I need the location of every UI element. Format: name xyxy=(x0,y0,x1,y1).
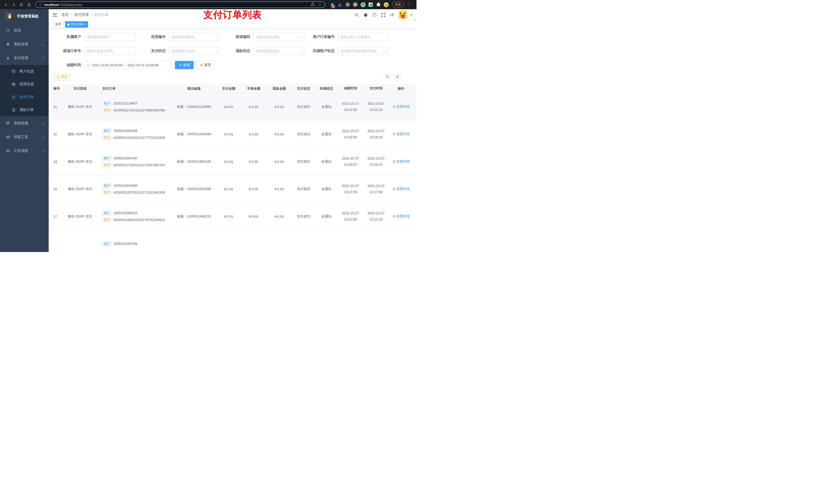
merchant-tag: 商户 xyxy=(102,128,112,134)
site-info-icon[interactable]: i xyxy=(39,3,42,6)
column-header-支付状态: 支付状态 xyxy=(292,86,315,91)
view-details-link[interactable]: 查看详情 xyxy=(392,214,410,219)
sidebar-item-研发工具[interactable]: 研发工具 xyxy=(0,130,49,144)
address-bar[interactable]: i localhost:1024/pay/order ☆ xyxy=(35,1,325,8)
field-label: 所属商户 xyxy=(57,34,84,39)
view-details-link[interactable]: 查看详情 xyxy=(392,187,410,191)
cell-notify: 未通知 xyxy=(315,104,338,109)
monitor-icon xyxy=(6,121,10,125)
sidebar-item-label: 基础设施 xyxy=(14,121,28,125)
order-number: 1635311949168 xyxy=(114,129,137,133)
ext-command-icon[interactable]: ⌘ xyxy=(345,2,350,7)
create-time-range-input[interactable]: 2021-10-01 00:00:00 - 2021-10-31 23:59:5… xyxy=(84,61,171,69)
sidebar-item-应用信息[interactable]: 应用信息 xyxy=(0,78,49,91)
merchant-tag: 商户 xyxy=(102,101,112,106)
select-回调商户状态[interactable] xyxy=(338,47,389,55)
close-icon[interactable]: × xyxy=(84,23,86,26)
ext-puzzle-icon[interactable] xyxy=(376,2,381,7)
cell-status: 支付成功 xyxy=(292,187,315,191)
cell-title: 标题：1635311468233 xyxy=(172,214,216,219)
active-tab-dot xyxy=(67,24,69,26)
refresh-table-button[interactable] xyxy=(394,73,401,81)
view-details-link[interactable]: 查看详情 xyxy=(392,132,410,137)
sidebar-item-支付管理[interactable]: ¥支付管理 xyxy=(0,51,49,65)
home-icon[interactable] xyxy=(26,1,32,8)
fullscreen-icon[interactable] xyxy=(381,13,385,17)
select-支付状态[interactable] xyxy=(169,47,220,55)
cell-pay-order: 商户1635311054706 xyxy=(99,240,172,248)
sidebar-toggle-icon[interactable] xyxy=(53,13,57,17)
cell-fee: ¥ 0.00 xyxy=(241,215,266,218)
column-header-手续金额: 手续金额 xyxy=(241,86,266,91)
share-icon[interactable] xyxy=(311,2,314,7)
view-details-link[interactable]: 查看详情 xyxy=(392,104,410,109)
input-所属商户[interactable] xyxy=(84,33,136,41)
filter-field-商户订单编号: 商户订单编号 xyxy=(311,33,389,41)
breadcrumb-pay-manage[interactable]: 支付管理 xyxy=(74,13,89,17)
field-label: 支付状态 xyxy=(142,49,169,53)
sidebar-item-商户信息[interactable]: 商户信息 xyxy=(0,65,49,78)
chevron-down-icon xyxy=(42,136,45,138)
github-icon[interactable] xyxy=(363,13,368,17)
export-button[interactable]: 导出 xyxy=(54,73,70,80)
input-商户订单编号[interactable] xyxy=(338,33,389,41)
column-header-退款金额: 退款金额 xyxy=(266,86,292,91)
select-渠道编码[interactable] xyxy=(253,33,305,41)
table-row: 19微信 JSAPI 支付商户1635311881440支付4200001173… xyxy=(51,148,416,175)
back-icon[interactable] xyxy=(3,1,9,8)
sidebar-item-基础设施[interactable]: 基础设施 xyxy=(0,116,49,130)
ext-record-icon[interactable] xyxy=(353,2,358,7)
table-row-partial: 商户1635311054706 xyxy=(51,230,416,252)
avatar[interactable] xyxy=(399,10,407,19)
sidebar-item-label: 支付管理 xyxy=(14,56,28,61)
magnifier-icon xyxy=(392,215,396,218)
sidebar-item-首页[interactable]: 首页 xyxy=(0,24,49,38)
sidebar-item-退款订单[interactable]: 退款订单 xyxy=(0,103,49,116)
search-icon[interactable] xyxy=(355,13,359,17)
filter-field-支付状态: 支付状态 xyxy=(142,47,220,55)
reset-button[interactable]: 重置 xyxy=(196,61,215,69)
sidebar-item-label: 工作流程 xyxy=(14,148,28,153)
cell-channel: 微信 JSAPI 支付 xyxy=(62,132,99,137)
sidebar-item-label: 应用信息 xyxy=(20,82,34,87)
sidebar-submenu: 商户信息应用信息¥支付订单退款订单 xyxy=(0,65,49,116)
input-渠道订单号[interactable] xyxy=(84,47,136,55)
filter-field-应用编号: 应用编号 xyxy=(142,33,220,41)
sidebar-item-系统管理[interactable]: 系统管理 xyxy=(0,38,49,51)
tab-支付订单[interactable]: 支付订单× xyxy=(65,21,88,28)
app-logo[interactable]: 芋道管理系统 xyxy=(0,9,49,24)
select-应用编号[interactable] xyxy=(169,33,220,41)
pay-tag: 支付 xyxy=(102,135,112,140)
sidebar-item-支付订单[interactable]: ¥支付订单 xyxy=(0,91,49,103)
cell-amount: ¥ 0.01 xyxy=(216,187,241,191)
sidebar: 芋道管理系统 首页系统管理¥支付管理商户信息应用信息¥支付订单退款订单基础设施研… xyxy=(0,9,49,252)
field-label: 退款状态 xyxy=(227,49,253,53)
ext-diamond-icon[interactable]: 10 xyxy=(330,2,335,7)
font-size-icon[interactable]: TT xyxy=(390,13,394,17)
ext-emoji-icon[interactable] xyxy=(383,2,388,7)
reload-icon[interactable] xyxy=(18,1,25,8)
column-header-创建时间: 创建时间 xyxy=(338,85,363,91)
forward-icon[interactable] xyxy=(10,1,17,8)
ext-chat-icon[interactable] xyxy=(368,2,373,7)
tab-首页[interactable]: 首页 xyxy=(53,21,64,28)
help-icon[interactable]: ? xyxy=(373,13,377,17)
sidebar-item-工作流程[interactable]: 工作流程 xyxy=(0,144,49,158)
browser-toolbar: i localhost:1024/pay/order ☆ 10 ⌘ y 更新 ⋮ xyxy=(0,0,416,9)
browser-update-button[interactable]: 更新 xyxy=(392,2,404,8)
order-number: 1635311054706 xyxy=(114,242,137,246)
toggle-search-button[interactable] xyxy=(384,73,391,81)
cell-pay-order: 商户1635311468233支付42000011942021102767521… xyxy=(99,209,172,224)
breadcrumb: 首页 / 支付管理 / 支付订单 xyxy=(62,13,109,17)
search-button[interactable]: 搜索 xyxy=(175,61,194,69)
ext-y-icon[interactable]: y xyxy=(360,2,365,7)
filter-field-渠道编码: 渠道编码 xyxy=(227,33,305,41)
browser-menu-icon[interactable]: ⋮ xyxy=(406,3,412,7)
bookmark-star-icon[interactable]: ☆ xyxy=(318,3,322,7)
column-header-商品标题: 商品标题 xyxy=(172,86,216,91)
caret-down-icon[interactable] xyxy=(410,14,412,16)
breadcrumb-home[interactable]: 首页 xyxy=(62,13,69,17)
view-details-link[interactable]: 查看详情 xyxy=(392,159,410,164)
select-退款状态[interactable] xyxy=(253,47,305,55)
ext-kite-icon[interactable] xyxy=(337,2,342,7)
